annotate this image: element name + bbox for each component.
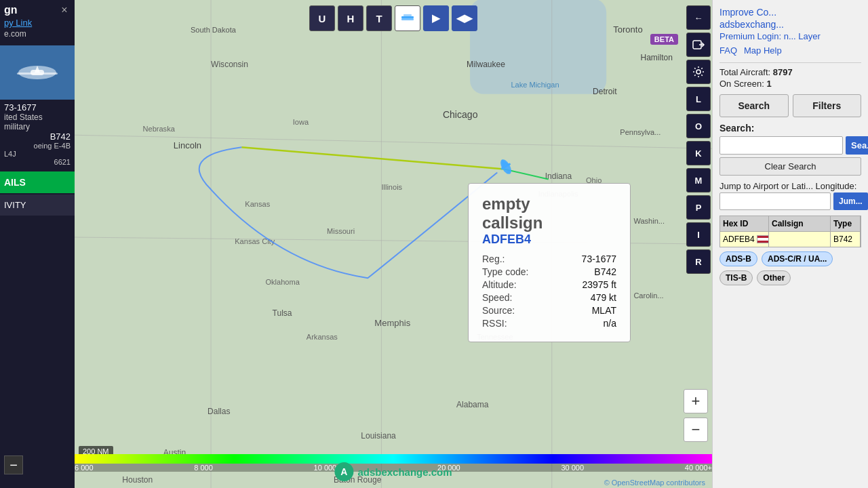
table-header: Hex ID Callsign Type xyxy=(719,216,861,232)
left-actions: AILS IVITY xyxy=(0,171,75,216)
svg-text:Kansas: Kansas xyxy=(245,200,270,208)
improve-coverage-link[interactable]: Improve Co... xyxy=(719,7,861,18)
map-help-link[interactable]: Map Help xyxy=(744,45,782,56)
popup-row-type: Type code: B742 xyxy=(482,266,616,277)
source-tisb-tag[interactable]: TIS-B xyxy=(719,270,753,285)
total-aircraft-stat: Total Aircraft: 8797 xyxy=(719,67,861,77)
search-input[interactable] xyxy=(719,136,843,155)
popup-value-reg: 73-1677 xyxy=(582,253,616,264)
table-row[interactable]: ADFEB4 B742 xyxy=(719,232,861,247)
popup-callsign: callsign xyxy=(482,214,616,232)
aircraft-marker[interactable] xyxy=(494,155,518,182)
search-button[interactable]: Search xyxy=(719,94,789,117)
popup-value-rssi: n/a xyxy=(604,318,616,329)
close-button[interactable]: × xyxy=(57,3,72,18)
left-top-section: gn × py Link e.com xyxy=(0,0,75,43)
popup-label-type: Type code: xyxy=(482,266,529,277)
toolbar-layers-button[interactable] xyxy=(395,5,420,31)
popup-value-alt: 23975 ft xyxy=(582,279,616,290)
side-o-button[interactable]: O xyxy=(686,114,711,138)
source-adsc-tag[interactable]: ADS-C/R / UA... xyxy=(762,251,833,266)
td-hexid: ADFEB4 xyxy=(720,232,769,247)
premium-login-link[interactable]: Premium Login: n... Layer xyxy=(719,31,861,41)
left-sidebar: gn × py Link e.com 73-1677 ited States m… xyxy=(0,0,75,488)
side-m-button[interactable]: M xyxy=(686,168,711,192)
search-row: Sea... xyxy=(719,136,861,155)
ac-country: ited States xyxy=(0,113,75,122)
popup-row-rssi: RSSI: n/a xyxy=(482,318,616,329)
watermark-text: adsbexchange.com xyxy=(357,466,452,478)
side-p-button[interactable]: P xyxy=(686,195,711,220)
jump-input[interactable] xyxy=(719,192,831,210)
copy-link[interactable]: py Link xyxy=(4,18,71,28)
popup-row-alt: Altitude: 23975 ft xyxy=(482,279,616,290)
toolbar-h-button[interactable]: H xyxy=(338,5,363,31)
side-i-button[interactable]: I xyxy=(686,222,711,247)
site-url: e.com xyxy=(4,29,71,39)
right-panel: Improve Co... adsbexchang... Premium Log… xyxy=(712,0,868,488)
svg-text:Nebraska: Nebraska xyxy=(143,125,176,133)
svg-rect-48 xyxy=(403,14,412,16)
side-r-button[interactable]: R xyxy=(686,249,711,274)
svg-text:Tulsa: Tulsa xyxy=(273,308,292,318)
toolbar-split-button[interactable]: ◀▶ xyxy=(452,5,477,31)
color-label-6: 40 000+ xyxy=(685,464,712,472)
popup-label-rssi: RSSI: xyxy=(482,318,507,329)
zoom-in-button[interactable]: + xyxy=(684,389,708,413)
svg-text:Iowa: Iowa xyxy=(293,118,309,126)
popup-value-type: B742 xyxy=(594,266,616,277)
aircraft-popup: empty callsign ADFEB4 Reg.: 73-1677 Type… xyxy=(468,183,631,342)
search-filters-row: Search Filters xyxy=(719,94,861,117)
search-submit-button[interactable]: Sea... xyxy=(846,136,868,155)
clear-search-button[interactable]: Clear Search xyxy=(719,157,861,176)
layers-icon xyxy=(400,11,415,26)
on-screen-stat: On Screen: 1 xyxy=(719,79,861,89)
copyright-notice: © OpenStreetMap contributors xyxy=(604,479,705,487)
svg-text:Houston: Houston xyxy=(122,475,153,485)
popup-callsign-empty: empty xyxy=(482,195,616,214)
side-nav: ← L O K M P I R xyxy=(684,0,712,407)
settings-icon xyxy=(692,65,705,79)
adsbexchange-link[interactable]: adsbexchang... xyxy=(719,19,861,30)
svg-text:Chicago: Chicago xyxy=(443,109,478,120)
filters-button[interactable]: Filters xyxy=(793,94,862,117)
watermark: A adsbexchange.com xyxy=(334,462,452,481)
td-type: B742 xyxy=(831,232,861,247)
svg-rect-46 xyxy=(401,16,414,18)
source-adsb-tag[interactable]: ADS-B xyxy=(719,251,757,266)
faq-link[interactable]: FAQ xyxy=(719,45,737,56)
color-label-5: 30 000 xyxy=(561,464,584,472)
ac-squawk: 6621 xyxy=(0,158,75,166)
toolbar-t-button[interactable]: T xyxy=(366,5,392,31)
toolbar-u-button[interactable]: U xyxy=(309,5,335,31)
svg-rect-3 xyxy=(17,73,58,75)
source-other-tag[interactable]: Other xyxy=(757,270,791,285)
toolbar-forward-button[interactable]: ▶ xyxy=(423,5,449,31)
svg-text:Lincoln: Lincoln xyxy=(174,140,201,150)
svg-text:Indiana: Indiana xyxy=(545,171,572,181)
openstreetmap-link[interactable]: © OpenStreetMap contributors xyxy=(604,479,705,487)
jump-button[interactable]: Jum... xyxy=(833,192,868,210)
login-icon xyxy=(692,38,705,52)
on-screen-value: 1 xyxy=(766,79,771,89)
zoom-out-button[interactable]: − xyxy=(684,418,708,442)
help-links: FAQ Map Help xyxy=(719,45,861,56)
map-area[interactable]: Wisconsin South Dakota Nebraska Lincoln … xyxy=(75,0,712,488)
side-l-button[interactable]: L xyxy=(686,87,711,111)
side-settings-button[interactable] xyxy=(686,60,711,84)
details-button[interactable]: AILS xyxy=(0,171,75,193)
side-login-button[interactable] xyxy=(686,33,711,57)
side-back-button[interactable]: ← xyxy=(686,5,711,30)
jump-row: Jum... xyxy=(719,192,861,210)
popup-value-speed: 479 kt xyxy=(591,292,616,303)
svg-text:Lake Michigan: Lake Michigan xyxy=(511,81,559,89)
side-k-button[interactable]: K xyxy=(686,141,711,165)
activity-button[interactable]: IVITY xyxy=(0,195,75,216)
popup-label-alt: Altitude: xyxy=(482,279,517,290)
aircraft-icon xyxy=(494,155,518,179)
flag-icon xyxy=(757,235,769,243)
svg-text:Carolin...: Carolin... xyxy=(633,291,663,300)
svg-text:Toronto: Toronto xyxy=(613,24,643,35)
collapse-button[interactable]: − xyxy=(4,455,23,474)
svg-text:Alabama: Alabama xyxy=(456,400,489,409)
